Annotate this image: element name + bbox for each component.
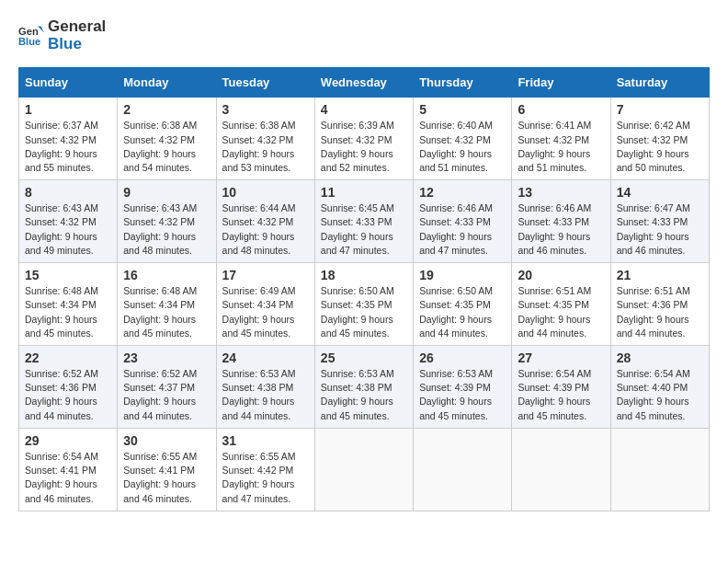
day-info: Sunrise: 6:51 AM Sunset: 4:35 PM Dayligh… — [518, 284, 604, 340]
calendar-table: SundayMondayTuesdayWednesdayThursdayFrid… — [18, 67, 710, 511]
svg-text:Gen: Gen — [18, 25, 39, 36]
calendar-cell: 25 Sunrise: 6:53 AM Sunset: 4:38 PM Dayl… — [314, 346, 413, 429]
calendar-cell: 5 Sunrise: 6:40 AM Sunset: 4:32 PM Dayli… — [414, 98, 512, 180]
calendar-cell: 4 Sunrise: 6:39 AM Sunset: 4:32 PM Dayli… — [314, 98, 413, 180]
weekday-header-row: SundayMondayTuesdayWednesdayThursdayFrid… — [19, 68, 710, 98]
day-number: 5 — [419, 102, 506, 117]
calendar-cell: 13 Sunrise: 6:46 AM Sunset: 4:33 PM Dayl… — [512, 180, 610, 263]
day-number: 21 — [617, 268, 703, 282]
day-number: 24 — [222, 350, 309, 365]
day-number: 4 — [321, 102, 407, 117]
day-info: Sunrise: 6:39 AM Sunset: 4:32 PM Dayligh… — [321, 119, 407, 175]
calendar-cell: 27 Sunrise: 6:54 AM Sunset: 4:39 PM Dayl… — [512, 346, 610, 429]
day-number: 27 — [518, 350, 604, 365]
day-number: 20 — [518, 268, 604, 282]
calendar-week-row: 1 Sunrise: 6:37 AM Sunset: 4:32 PM Dayli… — [19, 98, 710, 180]
day-info: Sunrise: 6:46 AM Sunset: 4:33 PM Dayligh… — [518, 201, 604, 258]
day-number: 14 — [617, 185, 703, 200]
calendar-cell: 12 Sunrise: 6:46 AM Sunset: 4:33 PM Dayl… — [414, 180, 512, 263]
day-number: 8 — [25, 185, 111, 200]
day-info: Sunrise: 6:51 AM Sunset: 4:36 PM Dayligh… — [617, 284, 703, 340]
calendar-cell: 15 Sunrise: 6:48 AM Sunset: 4:34 PM Dayl… — [19, 263, 118, 346]
day-number: 11 — [321, 185, 407, 200]
day-number: 22 — [25, 350, 111, 365]
day-number: 9 — [123, 185, 210, 200]
day-number: 29 — [25, 433, 111, 448]
day-info: Sunrise: 6:52 AM Sunset: 4:36 PM Dayligh… — [25, 367, 111, 423]
day-info: Sunrise: 6:37 AM Sunset: 4:32 PM Dayligh… — [25, 119, 111, 175]
calendar-cell: 14 Sunrise: 6:47 AM Sunset: 4:33 PM Dayl… — [610, 180, 709, 263]
calendar-cell: 9 Sunrise: 6:43 AM Sunset: 4:32 PM Dayli… — [118, 180, 216, 263]
day-number: 2 — [123, 102, 210, 117]
day-number: 28 — [617, 350, 703, 365]
calendar-cell: 24 Sunrise: 6:53 AM Sunset: 4:38 PM Dayl… — [216, 346, 314, 429]
day-number: 6 — [518, 102, 604, 117]
weekday-header-saturday: Saturday — [610, 68, 709, 98]
calendar-cell: 16 Sunrise: 6:48 AM Sunset: 4:34 PM Dayl… — [118, 263, 216, 346]
day-info: Sunrise: 6:53 AM Sunset: 4:38 PM Dayligh… — [222, 367, 309, 423]
day-info: Sunrise: 6:54 AM Sunset: 4:39 PM Dayligh… — [518, 367, 604, 423]
calendar-cell: 30 Sunrise: 6:55 AM Sunset: 4:41 PM Dayl… — [118, 428, 216, 511]
day-info: Sunrise: 6:50 AM Sunset: 4:35 PM Dayligh… — [419, 284, 506, 340]
calendar-cell: 6 Sunrise: 6:41 AM Sunset: 4:32 PM Dayli… — [512, 98, 610, 180]
calendar-cell: 21 Sunrise: 6:51 AM Sunset: 4:36 PM Dayl… — [610, 263, 709, 346]
calendar-cell: 17 Sunrise: 6:49 AM Sunset: 4:34 PM Dayl… — [216, 263, 314, 346]
day-number: 13 — [518, 185, 604, 200]
calendar-cell — [512, 428, 610, 511]
day-number: 18 — [321, 268, 407, 282]
calendar-cell: 8 Sunrise: 6:43 AM Sunset: 4:32 PM Dayli… — [19, 180, 118, 263]
day-info: Sunrise: 6:42 AM Sunset: 4:32 PM Dayligh… — [617, 119, 703, 175]
day-info: Sunrise: 6:45 AM Sunset: 4:33 PM Dayligh… — [321, 201, 407, 258]
page-header: Gen Blue General Blue — [18, 18, 710, 52]
day-number: 26 — [419, 350, 506, 365]
calendar-cell: 26 Sunrise: 6:53 AM Sunset: 4:39 PM Dayl… — [414, 346, 512, 429]
day-number: 23 — [123, 350, 210, 365]
day-number: 3 — [222, 102, 309, 117]
calendar-week-row: 22 Sunrise: 6:52 AM Sunset: 4:36 PM Dayl… — [19, 346, 710, 429]
day-info: Sunrise: 6:41 AM Sunset: 4:32 PM Dayligh… — [518, 119, 604, 175]
calendar-cell: 23 Sunrise: 6:52 AM Sunset: 4:37 PM Dayl… — [118, 346, 216, 429]
day-info: Sunrise: 6:47 AM Sunset: 4:33 PM Dayligh… — [617, 201, 703, 258]
day-info: Sunrise: 6:38 AM Sunset: 4:32 PM Dayligh… — [123, 119, 210, 175]
day-number: 10 — [222, 185, 309, 200]
day-number: 19 — [419, 268, 506, 282]
calendar-cell: 7 Sunrise: 6:42 AM Sunset: 4:32 PM Dayli… — [610, 98, 709, 180]
calendar-cell: 31 Sunrise: 6:55 AM Sunset: 4:42 PM Dayl… — [216, 428, 314, 511]
day-info: Sunrise: 6:53 AM Sunset: 4:39 PM Dayligh… — [419, 367, 506, 423]
weekday-header-friday: Friday — [512, 68, 610, 98]
day-info: Sunrise: 6:53 AM Sunset: 4:38 PM Dayligh… — [321, 367, 407, 423]
day-number: 15 — [25, 268, 111, 282]
calendar-cell: 20 Sunrise: 6:51 AM Sunset: 4:35 PM Dayl… — [512, 263, 610, 346]
weekday-header-sunday: Sunday — [19, 68, 118, 98]
calendar-cell: 1 Sunrise: 6:37 AM Sunset: 4:32 PM Dayli… — [19, 98, 118, 180]
calendar-cell: 19 Sunrise: 6:50 AM Sunset: 4:35 PM Dayl… — [414, 263, 512, 346]
calendar-cell: 2 Sunrise: 6:38 AM Sunset: 4:32 PM Dayli… — [118, 98, 216, 180]
day-info: Sunrise: 6:43 AM Sunset: 4:32 PM Dayligh… — [123, 201, 210, 258]
calendar-week-row: 15 Sunrise: 6:48 AM Sunset: 4:34 PM Dayl… — [19, 263, 710, 346]
calendar-cell: 11 Sunrise: 6:45 AM Sunset: 4:33 PM Dayl… — [314, 180, 413, 263]
day-number: 1 — [25, 102, 111, 117]
day-info: Sunrise: 6:50 AM Sunset: 4:35 PM Dayligh… — [321, 284, 407, 340]
logo-text-line2: Blue — [48, 36, 106, 53]
svg-text:Blue: Blue — [18, 35, 40, 46]
day-info: Sunrise: 6:54 AM Sunset: 4:41 PM Dayligh… — [25, 450, 111, 506]
day-info: Sunrise: 6:40 AM Sunset: 4:32 PM Dayligh… — [419, 119, 506, 175]
day-number: 16 — [123, 268, 210, 282]
calendar-cell: 3 Sunrise: 6:38 AM Sunset: 4:32 PM Dayli… — [216, 98, 314, 180]
calendar-cell: 10 Sunrise: 6:44 AM Sunset: 4:32 PM Dayl… — [216, 180, 314, 263]
day-info: Sunrise: 6:52 AM Sunset: 4:37 PM Dayligh… — [123, 367, 210, 423]
weekday-header-wednesday: Wednesday — [314, 68, 413, 98]
weekday-header-monday: Monday — [118, 68, 216, 98]
day-number: 30 — [123, 433, 210, 448]
svg-marker-2 — [38, 26, 44, 32]
day-info: Sunrise: 6:46 AM Sunset: 4:33 PM Dayligh… — [419, 201, 506, 258]
day-info: Sunrise: 6:55 AM Sunset: 4:42 PM Dayligh… — [222, 450, 309, 506]
day-number: 17 — [222, 268, 309, 282]
calendar-cell — [414, 428, 512, 511]
day-number: 25 — [321, 350, 407, 365]
day-info: Sunrise: 6:44 AM Sunset: 4:32 PM Dayligh… — [222, 201, 309, 258]
calendar-week-row: 8 Sunrise: 6:43 AM Sunset: 4:32 PM Dayli… — [19, 180, 710, 263]
weekday-header-tuesday: Tuesday — [216, 68, 314, 98]
day-info: Sunrise: 6:48 AM Sunset: 4:34 PM Dayligh… — [123, 284, 210, 340]
day-number: 31 — [222, 433, 309, 448]
